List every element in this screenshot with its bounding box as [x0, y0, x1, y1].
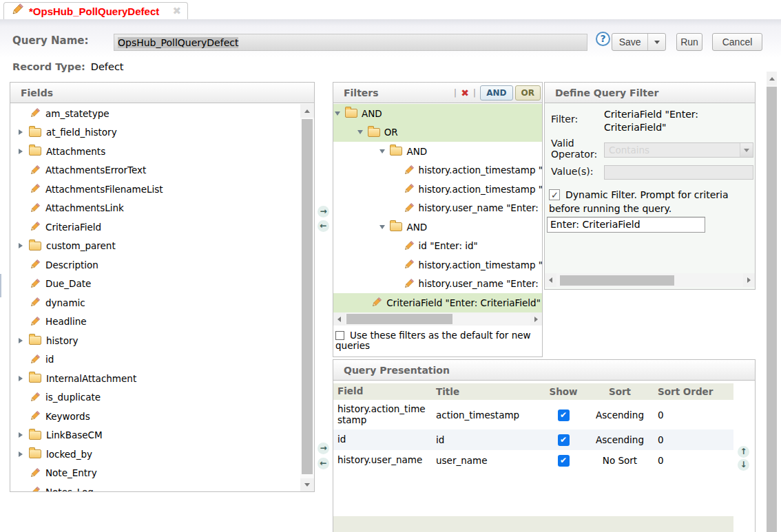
filters-tree-item[interactable]: history.user_name "Enter: history.user_n…: [333, 199, 542, 218]
define-hscrollbar-thumb[interactable]: [560, 275, 674, 286]
save-button[interactable]: Save: [612, 33, 666, 51]
query-name-input[interactable]: OpsHub_PollQueryDefect: [114, 34, 587, 51]
close-icon[interactable]: ✖: [172, 6, 181, 17]
presentation-row[interactable]: history.action_timestampaction_timestamp…: [333, 400, 733, 429]
fields-tree-item[interactable]: custom_parent: [10, 237, 300, 256]
default-filters-row: Use these filters as the default for new…: [333, 327, 542, 351]
fields-tree-item[interactable]: LinkBaseCM: [10, 426, 300, 445]
filters-tree-item[interactable]: CriteriaField "Enter: CriteriaField": [333, 293, 542, 312]
fields-tree-item[interactable]: Attachments: [10, 142, 300, 161]
collapse-icon[interactable]: [357, 130, 368, 134]
presentation-row[interactable]: idid✔Ascending0: [333, 429, 733, 450]
filters-tree-item[interactable]: history.user_name "Enter: history.user_n…: [333, 275, 542, 294]
fields-tree-item[interactable]: AttachmentsErrorText: [10, 161, 300, 180]
default-filters-checkbox[interactable]: [335, 331, 344, 340]
fields-tree-item[interactable]: dynamic: [10, 293, 300, 312]
values-input[interactable]: [604, 165, 753, 180]
prompt-input[interactable]: Enter: CriteriaField: [547, 217, 705, 233]
filters-hscrollbar[interactable]: [333, 312, 542, 326]
and-button[interactable]: AND: [480, 85, 512, 100]
filters-tree-item[interactable]: AND: [333, 217, 542, 237]
expand-icon[interactable]: [19, 376, 29, 381]
delete-filter-icon[interactable]: ✖: [461, 87, 469, 98]
fields-tree-item[interactable]: Description: [10, 255, 300, 275]
define-hscrollbar[interactable]: [545, 273, 755, 287]
move-right-icon[interactable]: →: [317, 206, 329, 217]
collapse-icon[interactable]: [379, 149, 390, 153]
remove-column-icon[interactable]: ←: [317, 458, 329, 469]
filters-tree-item[interactable]: history.action_timestamp "Enter: history…: [333, 255, 542, 275]
filters-tree-item[interactable]: AND: [333, 142, 542, 161]
fields-tree-item[interactable]: Keywords: [10, 407, 300, 426]
query-name-value: OpsHub_PollQueryDefect: [118, 37, 238, 48]
fields-tree-item[interactable]: am_statetype: [10, 104, 300, 123]
scroll-right-icon[interactable]: [743, 273, 755, 287]
define-query-filter-panel: Define Query Filter Filter: CriteriaFiel…: [544, 82, 756, 290]
fields-tree-item[interactable]: history: [10, 331, 300, 350]
col-sort: Sort: [592, 386, 647, 397]
fields-tree: am_statetypeat_field_historyAttachmentsA…: [10, 104, 300, 491]
filters-tree-item[interactable]: history.action_timestamp "Enter: history…: [333, 161, 542, 180]
scroll-up-icon[interactable]: [300, 104, 314, 118]
operator-value: Contains: [609, 145, 649, 156]
show-checkbox[interactable]: ✔: [558, 434, 570, 446]
fields-tree-item[interactable]: Due_Date: [10, 275, 300, 294]
pencil-icon: [403, 164, 415, 176]
or-button[interactable]: OR: [515, 85, 541, 100]
dynamic-filter-checkbox[interactable]: [549, 189, 560, 200]
dropdown-arrow-icon[interactable]: [740, 143, 753, 157]
move-left-icon[interactable]: ←: [317, 220, 329, 232]
add-column-icon[interactable]: →: [317, 443, 329, 454]
pencil-icon: [29, 164, 41, 176]
save-dropdown-arrow[interactable]: [648, 41, 665, 44]
query-tab[interactable]: *OpsHub_PollQueryDefect ✖: [3, 2, 188, 19]
values-label: Value(s):: [551, 166, 593, 177]
pencil-icon: [29, 183, 41, 195]
fields-tree-item[interactable]: is_duplicate: [10, 388, 300, 407]
presentation-row[interactable]: history.user_nameuser_name✔No Sort0: [333, 450, 733, 471]
fields-tree-item[interactable]: Note_Entry: [10, 464, 300, 483]
cancel-button[interactable]: Cancel: [712, 33, 762, 51]
expand-icon[interactable]: [19, 243, 29, 248]
fields-tree-item[interactable]: locked_by: [10, 445, 300, 464]
fields-tree-item[interactable]: id: [10, 350, 300, 370]
expand-icon[interactable]: [19, 432, 29, 438]
run-button[interactable]: Run: [676, 33, 702, 51]
pencil-icon: [29, 202, 41, 214]
fields-tree-item[interactable]: at_field_history: [10, 123, 300, 142]
expand-icon[interactable]: [19, 451, 29, 457]
fields-tree-item[interactable]: InternalAttachment: [10, 369, 300, 388]
collapse-icon[interactable]: [379, 225, 390, 229]
scroll-right-icon[interactable]: [530, 312, 542, 326]
fields-tree-item[interactable]: AttachmentsFilenameList: [10, 180, 300, 199]
help-icon[interactable]: ?: [596, 32, 610, 46]
move-down-icon[interactable]: ↓: [738, 459, 749, 471]
operator-select[interactable]: Contains: [604, 142, 753, 158]
scroll-up-icon[interactable]: [767, 72, 777, 85]
scroll-down-icon[interactable]: [300, 478, 314, 491]
filters-tree-item[interactable]: OR: [333, 123, 542, 142]
expand-icon[interactable]: [19, 338, 29, 343]
scroll-left-icon[interactable]: [333, 312, 345, 326]
scroll-left-icon[interactable]: [545, 273, 556, 287]
page-scrollbar[interactable]: [767, 72, 777, 532]
filters-tree-item[interactable]: id "Enter: id": [333, 237, 542, 256]
expand-icon[interactable]: [19, 129, 29, 135]
filters-tree-item[interactable]: AND: [333, 104, 542, 123]
move-up-icon[interactable]: ↑: [738, 446, 749, 458]
filter-label: Filter:: [551, 114, 578, 125]
filters-tree-item[interactable]: history.action_timestamp "Enter: history…: [333, 180, 542, 199]
fields-tree-item[interactable]: Headline: [10, 312, 300, 332]
page-scrollbar-thumb[interactable]: [767, 87, 777, 532]
collapse-icon[interactable]: [335, 111, 345, 116]
show-checkbox[interactable]: ✔: [558, 455, 570, 467]
expand-icon[interactable]: [19, 149, 29, 154]
fields-scrollbar[interactable]: [300, 104, 314, 491]
filters-hscrollbar-thumb[interactable]: [346, 314, 452, 324]
show-checkbox[interactable]: ✔: [558, 409, 570, 421]
fields-tree-item[interactable]: AttachmentsLink: [10, 199, 300, 218]
fields-tree-item[interactable]: Notes_Log: [10, 482, 300, 491]
default-filters-label: Use these filters as the default for new…: [335, 330, 531, 351]
fields-tree-item[interactable]: CriteriaField: [10, 217, 300, 237]
fields-scrollbar-thumb[interactable]: [302, 119, 313, 474]
